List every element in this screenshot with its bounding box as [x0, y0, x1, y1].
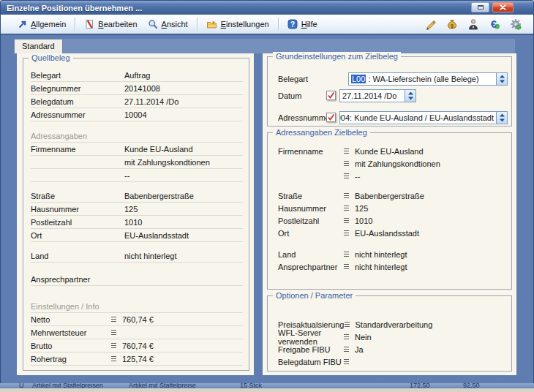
- restore-icon: [478, 5, 484, 10]
- equals-marker-icon: [345, 322, 350, 327]
- field-value: EU-Auslandsstadt: [355, 229, 419, 238]
- field-value: mit Zahlungskondtionen: [124, 158, 243, 167]
- menu-hilfe[interactable]: ? Hilfe: [282, 17, 323, 31]
- equals-marker-icon: [344, 161, 349, 166]
- field-value: nicht hinterlegt: [124, 252, 243, 260]
- field-value: 20141008: [124, 84, 243, 93]
- field-row-ort: Ort EU-Auslandsstadt: [268, 227, 511, 239]
- field-row-ort: Ort EU-Auslandsstadt: [31, 229, 243, 242]
- arrow-up-right-icon: [18, 20, 27, 29]
- equals-marker-icon: [344, 264, 349, 269]
- menu-separator: [278, 18, 279, 31]
- belegart-value: L00 : WA-Lieferschein (alle Belege): [349, 73, 496, 85]
- field-row-wfl-server: WFL-Server verwenden Nein: [268, 331, 511, 343]
- field-row-firmenname2: mit Zahlungskondtionen: [268, 157, 511, 170]
- field-label: Land: [31, 252, 124, 260]
- field-value: nicht hinterlegt: [355, 263, 407, 271]
- euro-button[interactable]: €: [489, 18, 500, 30]
- menu-separator: [75, 18, 75, 31]
- datum-label: Datum: [278, 91, 301, 100]
- adressnummer-checkbox[interactable]: [326, 113, 336, 122]
- field-row-ansprechpartner: Ansprechpartner: [31, 273, 243, 286]
- field-value: 125: [124, 205, 243, 214]
- field-label: Belegdatum FIBU: [278, 358, 344, 366]
- person-button[interactable]: [467, 18, 479, 30]
- gear-icon: [510, 18, 522, 30]
- menu-bearbeiten[interactable]: Bearbeiten: [79, 17, 142, 31]
- background-cell: Artikel mit Staffelpreise: [129, 383, 196, 388]
- adressnummer-input[interactable]: 10004: Kunde EU-Ausland / EU-Auslandssta…: [339, 111, 508, 124]
- field-value: 1010: [124, 218, 243, 227]
- groupbox-optionen-parameter: Optionen / Parameter Preisaktualsierung …: [267, 295, 512, 372]
- datum-spinner[interactable]: [405, 90, 415, 102]
- field-row-mehrwertsteuer: Mehrwertsteuer: [31, 326, 243, 339]
- svg-text:?: ?: [290, 20, 295, 29]
- tab-strip: [15, 39, 515, 53]
- datum-checkbox[interactable]: [326, 91, 336, 100]
- titlebar: Einzelne Positionen übernehmen ...: [1, 1, 533, 15]
- restore-button[interactable]: [471, 2, 489, 12]
- equals-marker-icon: [344, 252, 349, 257]
- field-label: Straße: [31, 192, 124, 200]
- background-cell: 92,50: [463, 383, 480, 388]
- field-label: Ort: [278, 229, 344, 238]
- field-label: Straße: [278, 192, 344, 200]
- settings-button[interactable]: [510, 18, 522, 30]
- document-pen-icon: [84, 19, 94, 29]
- field-row-firmenname3: --: [268, 170, 511, 182]
- background-cell: Artikel mit Staffelpreisen: [32, 383, 103, 388]
- field-label: Belegnummer: [31, 84, 124, 93]
- menu-ansicht[interactable]: Ansicht: [143, 17, 193, 31]
- pane-zielbeleg: Grundeinstellungen zum Zielbeleg Belegar…: [263, 53, 516, 375]
- pen-button[interactable]: [425, 18, 437, 30]
- field-row-netto: Netto 760,74 €: [31, 313, 243, 326]
- adressnummer-spinner[interactable]: [496, 112, 507, 124]
- menu-einstellungen[interactable]: Einstellungen: [201, 17, 274, 31]
- equals-marker-icon: [344, 206, 349, 211]
- field-row-ansprechpartner: Ansprechpartner nicht hinterlegt: [268, 260, 511, 273]
- field-label: Hausnummer: [278, 204, 344, 213]
- field-row-land: Land nicht hinterlegt: [268, 248, 511, 260]
- datum-input[interactable]: 27.11.2014 /Do: [339, 89, 416, 102]
- field-label: Firmenname: [31, 145, 124, 154]
- window-title: Einzelne Positionen übernehmen ...: [7, 4, 142, 12]
- field-row-hausnummer: Hausnummer 125: [268, 202, 511, 214]
- groupbox-quellbeleg: Quellbeleg Belegart Auftrag Belegnummer …: [23, 58, 249, 371]
- equals-marker-icon: [344, 347, 349, 352]
- field-row-firmenname: Firmenname Kunde EU-Ausland: [268, 145, 511, 157]
- equals-marker-icon: [344, 230, 349, 235]
- euro-icon: €: [489, 18, 500, 30]
- background-window-row: U Artikel mit Staffelpreisen Artikel mit…: [0, 383, 534, 388]
- field-value: 760,74 €: [122, 315, 243, 324]
- field-row-postleitzahl: Postleitzahl 1010: [268, 214, 511, 227]
- field-value: EU-Auslandsstadt: [124, 231, 243, 240]
- money-bag-button[interactable]: $: [446, 18, 458, 30]
- svg-text:$: $: [451, 23, 454, 29]
- equals-marker-icon: [111, 356, 116, 361]
- field-label: Freigabe FIBU: [278, 345, 344, 354]
- field-value: Babenbergerstraße: [355, 192, 424, 200]
- tab-standard[interactable]: Standard: [14, 39, 63, 53]
- field-row-strasse: Straße Babenbergerstraße: [31, 189, 243, 203]
- belegart-spinner[interactable]: [496, 73, 507, 85]
- belegart-combobox[interactable]: L00 : WA-Lieferschein (alle Belege): [348, 72, 508, 86]
- folder-icon: [206, 19, 217, 29]
- equals-marker-icon: [111, 343, 116, 348]
- equals-marker-icon: [344, 148, 349, 154]
- field-value: Ja: [355, 345, 364, 354]
- field-row-firmenname3: --: [31, 169, 243, 182]
- field-label: WFL-Server verwenden: [278, 328, 344, 346]
- field-value: 760,74 €: [122, 342, 243, 350]
- close-button[interactable]: [492, 2, 514, 12]
- window-buttons: [471, 2, 514, 12]
- screen: { "window": { "title": "Einzelne Positio…: [0, 0, 534, 392]
- field-label: Ort: [31, 231, 124, 240]
- field-row-hausnummer: Hausnummer 125: [31, 203, 243, 216]
- field-label: Belegdatum: [31, 97, 124, 106]
- belegart-selected-code: L00: [351, 75, 366, 83]
- field-value: --: [124, 171, 243, 180]
- groupbox-grundeinstellungen: Grundeinstellungen zum Zielbeleg Belegar…: [267, 56, 512, 127]
- menu-allgemein[interactable]: Allgemein: [12, 18, 71, 31]
- field-value: 1010: [355, 216, 372, 225]
- field-value: --: [355, 172, 360, 181]
